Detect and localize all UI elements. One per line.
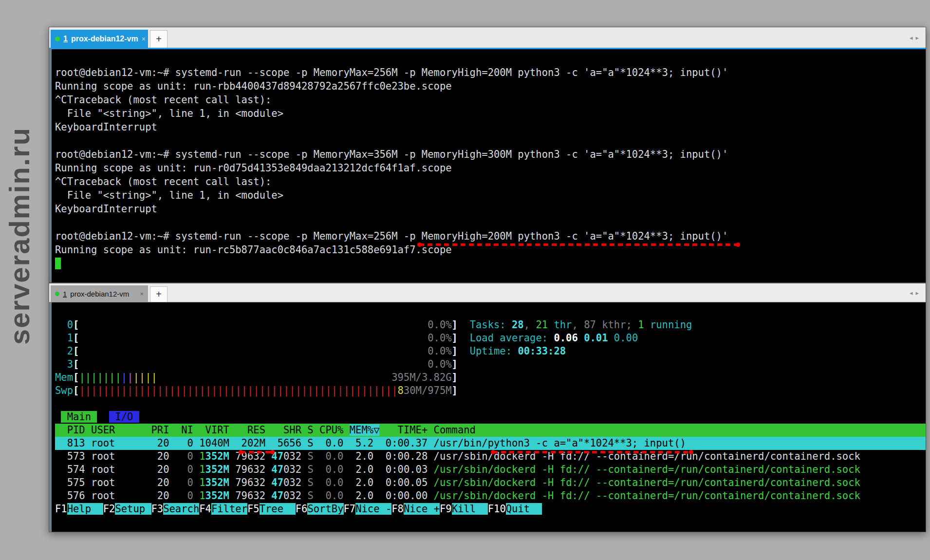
tab-index: 1 [63,35,68,43]
tab-scroll-arrows[interactable]: ◂▸ [910,289,922,297]
terminal-line: root@debian12-vm:~# systemd-run --scope … [55,66,926,79]
cpu-meter-3: 3[ 0.0%] [55,358,926,371]
tab-bar-top: 1 prox-debian12-vm × + ◂▸ [49,27,926,49]
tab-prox-debian12-vm-inactive[interactable]: 1 prox-debian12-vm × [51,285,148,302]
tab-close-icon[interactable]: × [142,35,146,43]
scroll-left-icon[interactable]: ◂ [910,289,916,297]
annotation-underline-command [419,243,738,246]
tab-close-icon[interactable]: × [140,290,144,298]
scroll-right-icon[interactable]: ▸ [915,289,922,297]
process-row-selected: 813 root 20 0 1040M 202M 5656 S 0.0 5.2 … [55,437,926,450]
screen-tabs: Main I/O [55,411,926,424]
desktop: serveradmin.ru 1 prox-debian12-vm × + ◂▸… [0,0,930,560]
scroll-right-icon[interactable]: ▸ [915,34,922,41]
terminal-line: File "<string>", line 1, in <module> [55,188,926,202]
tab-scroll-arrows[interactable]: ◂▸ [910,34,922,41]
new-tab-button[interactable]: + [150,286,167,302]
annotation-underline-python-command [493,451,691,453]
process-row: 575 root 20 0 1352M 79632 47032 S 0.0 2.… [55,476,926,489]
terminal-line: Running scope as unit: run-rbb4400437d89… [55,79,926,93]
terminal-line: root@debian12-vm:~# systemd-run --scope … [55,229,926,243]
terminal-line: ^CTraceback (most recent call last): [55,175,926,188]
cpu-meter-0: 0[ 0.0%] Tasks: 28, 21 thr, 87 kthr; 1 r… [55,318,926,332]
process-row: 574 root 20 0 1352M 79632 47032 S 0.0 2.… [55,463,926,476]
function-key-bar: F1Help F2Setup F3SearchF4FilterF5Tree F6… [55,503,926,516]
tab-prox-debian12-vm[interactable]: 1 prox-debian12-vm × [51,30,148,48]
tab-bar-bottom: 1 prox-debian12-vm × + ◂▸ [49,283,926,302]
cursor-line [55,257,926,270]
watermark: serveradmin.ru [3,121,36,345]
session-status-dot-icon [55,37,60,41]
tab-title: prox-debian12-vm [70,290,129,298]
terminal-line [55,134,926,148]
tab-index: 1 [63,290,67,298]
session-status-dot-icon [55,292,59,296]
terminal-line [55,397,926,411]
memory-meter: Mem[||||||||||||| 395M/3.82G] [55,371,926,384]
terminal-line: KeyboardInterrupt [55,202,926,216]
terminal-output-htop[interactable]: 0[ 0.0%] Tasks: 28, 21 thr, 87 kthr; 1 r… [49,302,926,532]
annotation-underline-res-value [241,451,273,453]
swap-meter: Swp[||||||||||||||||||||||||||||||||||||… [55,384,926,397]
terminal-line: Running scope as unit: run-r0d75d41353e8… [55,161,926,175]
terminal-line: ^CTraceback (most recent call last): [55,93,926,107]
terminal-line: KeyboardInterrupt [55,120,926,134]
scroll-left-icon[interactable]: ◂ [910,34,916,41]
process-row: 576 root 20 0 1352M 79632 47032 S 0.0 2.… [55,489,926,503]
process-table-header: PID USER PRI NI VIRT RES SHR S CPU% MEM%… [55,424,926,437]
terminal-line: File "<string>", line 1, in <module> [55,107,926,120]
terminal-window-bottom: 1 prox-debian12-vm × + ◂▸ 0[ 0.0%] Tasks… [49,283,926,532]
cpu-meter-2: 2[ 0.0%] Uptime: 00:33:28 [55,345,926,358]
new-tab-button[interactable]: + [150,30,167,48]
terminal-line [55,216,926,229]
terminal-output-systemd-run[interactable]: root@debian12-vm:~# systemd-run --scope … [49,49,926,282]
cpu-meter-1: 1[ 0.0%] Load average: 0.06 0.01 0.00 [55,332,926,345]
tab-title: prox-debian12-vm [71,35,138,43]
terminal-line: root@debian12-vm:~# systemd-run --scope … [55,148,926,161]
process-row: 573 root 20 0 1352M 79632 47032 S 0.0 2.… [55,450,926,463]
